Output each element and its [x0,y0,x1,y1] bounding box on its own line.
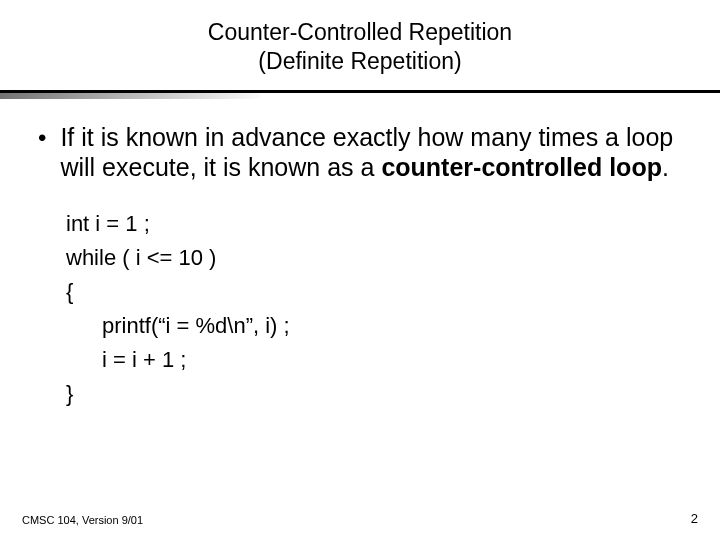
code-line-6: } [66,377,682,411]
bullet-bold-term: counter-controlled loop [381,153,662,181]
title-line-2: (Definite Repetition) [0,47,720,76]
footer-text: CMSC 104, Version 9/01 [22,514,143,526]
bullet-text: If it is known in advance exactly how ma… [60,122,682,183]
bullet-suffix: . [662,153,669,181]
code-line-1: int i = 1 ; [66,207,682,241]
page-number: 2 [691,511,698,526]
code-line-3: { [66,275,682,309]
code-line-5: i = i + 1 ; [102,343,682,377]
bullet-marker: • [38,122,46,152]
bullet-item: • If it is known in advance exactly how … [38,122,682,183]
slide-title: Counter-Controlled Repetition (Definite … [0,0,720,90]
slide-body: • If it is known in advance exactly how … [0,100,720,412]
code-line-4: printf(“i = %d\n”, i) ; [102,309,682,343]
code-line-2: while ( i <= 10 ) [66,241,682,275]
title-divider [0,90,720,100]
code-example: int i = 1 ; while ( i <= 10 ) { printf(“… [66,207,682,412]
title-line-1: Counter-Controlled Repetition [0,18,720,47]
